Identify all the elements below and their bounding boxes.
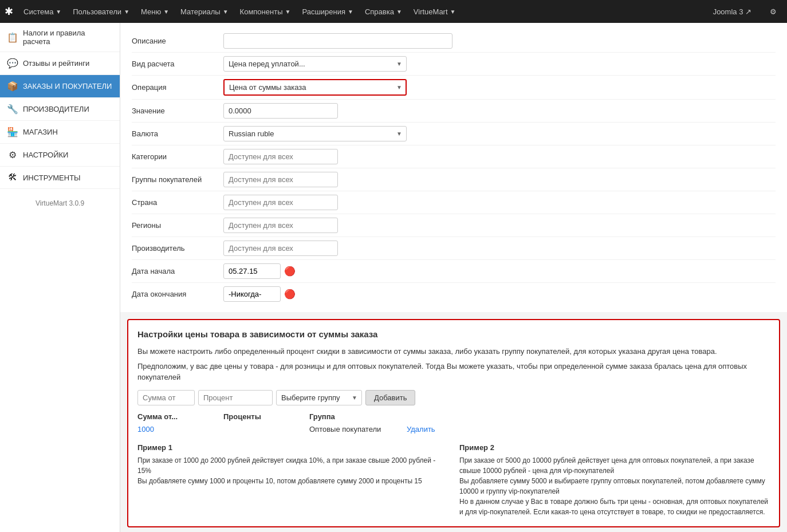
manufacturer-input[interactable]: [223, 241, 338, 256]
example2-block: Пример 2 При заказе от 5000 до 10000 руб…: [459, 443, 770, 517]
input-row: Выберите группу ▼ Добавить: [137, 390, 770, 405]
col-header-percent: Проценты: [223, 412, 309, 421]
shop-icon: 🏪: [7, 127, 18, 137]
table-row: 1000 Оптовые покупатели Удалить: [137, 423, 770, 435]
sidebar-item-taxes[interactable]: 📋 Налоги и правила расчета: [0, 23, 120, 52]
sum-from-input[interactable]: [137, 390, 195, 405]
manufacturers-icon: 🔧: [7, 104, 18, 115]
description-input[interactable]: [223, 33, 452, 49]
nav-materialy[interactable]: Материалы▼: [175, 0, 234, 23]
start-date-label: Дата начала: [132, 267, 223, 275]
form-row-country: Страна: [132, 191, 776, 214]
currency-label: Валюта: [132, 129, 223, 138]
nav-joomla[interactable]: Joomla 3 ↗: [707, 0, 757, 23]
caret-icon: ▼: [396, 9, 402, 15]
caret-icon: ▼: [450, 9, 456, 15]
operation-label: Операция: [132, 83, 223, 92]
operation-select[interactable]: Цена от суммы заказа: [223, 79, 407, 96]
example1-text: При заказе от 1000 до 2000 рублей действ…: [137, 455, 448, 486]
categories-label: Категории: [132, 152, 223, 161]
nav-virtuemart[interactable]: VirtueMart▼: [408, 0, 462, 23]
settings-icon: ⚙: [7, 149, 18, 160]
value-input[interactable]: [223, 103, 338, 119]
caret-icon: ▼: [285, 9, 291, 15]
form-row-start-date: Дата начала 🔴: [132, 260, 776, 283]
form-area: Описание Вид расчета Цена перед уплатой.…: [120, 23, 787, 312]
col-header-amount: Сумма от...: [137, 412, 223, 421]
sidebar-item-orders[interactable]: 📦 ЗАКАЗЫ И ПОКУПАТЕЛИ: [0, 75, 120, 98]
tools-icon: 🛠: [7, 172, 18, 183]
start-date-clear-icon[interactable]: 🔴: [284, 266, 296, 277]
group-select-wrapper: Выберите группу ▼: [276, 390, 362, 405]
sidebar-item-reviews[interactable]: 💬 Отзывы и рейтинги: [0, 52, 120, 75]
categories-input[interactable]: [223, 149, 338, 164]
add-button[interactable]: Добавить: [365, 390, 415, 405]
nav-polzovatel[interactable]: Пользователи▼: [67, 0, 135, 23]
sidebar: 📋 Налоги и правила расчета 💬 Отзывы и ре…: [0, 23, 120, 532]
end-date-input[interactable]: [223, 286, 281, 302]
brand-icon: ✱: [5, 5, 13, 18]
form-row-regions: Регионы: [132, 214, 776, 237]
form-row-buyer-groups: Группы покупателей: [132, 168, 776, 191]
nav-rasshireniya[interactable]: Расширения▼: [296, 0, 359, 23]
caret-icon: ▼: [56, 9, 61, 15]
end-date-wrapper: 🔴: [223, 286, 296, 302]
form-row-end-date: Дата окончания 🔴: [132, 283, 776, 305]
caret-icon: ▼: [124, 9, 129, 15]
country-label: Страна: [132, 198, 223, 207]
form-row-calc-type: Вид расчета Цена перед уплатой... ▼: [132, 53, 776, 76]
calc-type-select[interactable]: Цена перед уплатой...: [223, 56, 407, 72]
form-row-description: Описание: [132, 30, 776, 53]
nav-komponenty[interactable]: Компоненты▼: [234, 0, 297, 23]
example1-block: Пример 1 При заказе от 1000 до 2000 рубл…: [137, 443, 448, 517]
example1-title: Пример 1: [137, 443, 448, 452]
sidebar-item-tools[interactable]: 🛠 ИНСТРУМЕНТЫ: [0, 167, 120, 189]
reviews-icon: 💬: [7, 58, 18, 69]
currency-select-wrapper: Russian ruble ▼: [223, 126, 407, 141]
delete-link[interactable]: Удалить: [407, 425, 493, 434]
examples-row: Пример 1 При заказе от 1000 до 2000 рубл…: [137, 443, 770, 517]
info-box: Настройки цены товара в зависимости от с…: [127, 319, 780, 527]
end-date-clear-icon[interactable]: 🔴: [284, 289, 296, 300]
form-row-operation: Операция Цена от суммы заказа ▼: [132, 76, 776, 100]
percent-input[interactable]: [198, 390, 273, 405]
group-select[interactable]: Выберите группу: [276, 390, 362, 405]
row-group: Оптовые покупатели: [309, 425, 407, 434]
manufacturer-label: Производитель: [132, 244, 223, 253]
start-date-input[interactable]: [223, 263, 281, 279]
sidebar-item-manufacturers[interactable]: 🔧 ПРОИЗВОДИТЕЛИ: [0, 98, 120, 121]
form-row-categories: Категории: [132, 145, 776, 168]
caret-icon: ▼: [163, 9, 169, 15]
form-row-manufacturer: Производитель: [132, 237, 776, 260]
start-date-wrapper: 🔴: [223, 263, 296, 279]
nav-settings[interactable]: ⚙: [764, 0, 782, 23]
description-label: Описание: [132, 37, 223, 45]
operation-select-wrapper: Цена от суммы заказа ▼: [223, 79, 407, 96]
page-layout: 📋 Налоги и правила расчета 💬 Отзывы и ре…: [0, 23, 787, 532]
calc-type-select-wrapper: Цена перед уплатой... ▼: [223, 56, 407, 72]
form-row-currency: Валюта Russian ruble ▼: [132, 123, 776, 145]
table-header: Сумма от... Проценты Группа: [137, 410, 770, 423]
example2-title: Пример 2: [459, 443, 770, 452]
nav-sistema[interactable]: Система▼: [18, 0, 67, 23]
sidebar-item-shop[interactable]: 🏪 МАГАЗИН: [0, 121, 120, 144]
nav-spravka[interactable]: Справка▼: [359, 0, 408, 23]
buyer-groups-input[interactable]: [223, 172, 338, 187]
caret-icon: ▼: [348, 9, 353, 15]
nav-menu[interactable]: Меню▼: [135, 0, 175, 23]
sidebar-version: VirtueMart 3.0.9: [0, 194, 120, 213]
value-label: Значение: [132, 107, 223, 115]
buyer-groups-label: Группы покупателей: [132, 175, 223, 184]
taxes-icon: 📋: [7, 32, 18, 43]
main-content: Описание Вид расчета Цена перед уплатой.…: [120, 23, 787, 532]
regions-input[interactable]: [223, 218, 338, 233]
example2-text: При заказе от 5000 до 10000 рублей дейст…: [459, 455, 770, 517]
end-date-label: Дата окончания: [132, 290, 223, 298]
info-box-desc1: Вы можете настроить либо определенный пр…: [137, 346, 770, 357]
currency-select[interactable]: Russian ruble: [223, 126, 407, 141]
regions-label: Регионы: [132, 221, 223, 230]
country-input[interactable]: [223, 195, 338, 210]
info-box-title: Настройки цены товара в зависимости от с…: [137, 329, 770, 339]
sidebar-item-settings[interactable]: ⚙ НАСТРОЙКИ: [0, 144, 120, 167]
col-header-group: Группа: [309, 412, 395, 421]
